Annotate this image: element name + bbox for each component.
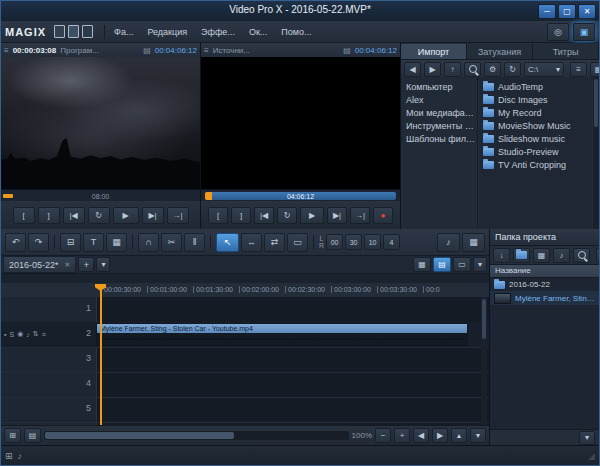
menu-window[interactable]: Ок... <box>249 27 267 37</box>
delete-button[interactable]: ⊟ <box>60 233 81 252</box>
view-mode-timeline-icon[interactable]: ▦ <box>413 257 431 272</box>
track-options-icon[interactable]: ▤ <box>24 428 41 443</box>
scroll-left-button[interactable]: ◀ <box>413 428 429 443</box>
track-height-icon[interactable]: ⇅ <box>33 330 39 338</box>
monitor-grid-icon[interactable]: ▤ <box>143 46 151 55</box>
mouse-mode-swap-button[interactable]: ⇄ <box>264 233 285 252</box>
play-button[interactable]: ▶ <box>113 207 139 224</box>
source-playhead-marker[interactable] <box>205 192 212 200</box>
tile-view-icon[interactable]: ▦ <box>590 62 600 77</box>
track-zoom-down-button[interactable]: ▼ <box>470 428 486 443</box>
open-project-icon[interactable] <box>68 25 79 38</box>
program-ruler-marker[interactable] <box>3 194 13 198</box>
zoom-out-button[interactable]: − <box>375 428 391 443</box>
source-range-bar[interactable]: 04:06:12 <box>205 192 396 200</box>
split-button[interactable]: ‖ <box>184 233 205 252</box>
scroll-right-button[interactable]: ▶ <box>432 428 448 443</box>
tab-fades[interactable]: Затухания <box>467 44 533 59</box>
title-tool-button[interactable]: T <box>83 233 104 252</box>
tree-item-user[interactable]: Alex <box>406 94 477 107</box>
new-folder-button[interactable] <box>513 248 530 263</box>
loop-button[interactable]: ↻ <box>88 207 110 224</box>
playhead-line[interactable] <box>100 289 102 425</box>
range-out-button[interactable]: ] <box>38 207 60 224</box>
track-menu-icon[interactable]: ≡ <box>42 331 46 338</box>
cut-scissors-button[interactable]: ✂ <box>161 233 182 252</box>
online-services-button[interactable]: ▣ <box>573 23 595 41</box>
folder-item[interactable]: Slideshow music <box>483 132 592 145</box>
import-file-button[interactable]: ↓ <box>493 248 510 263</box>
track-row-4[interactable]: 4 <box>1 372 489 398</box>
mute-icon[interactable]: ♪ <box>26 331 30 338</box>
track-row-1[interactable]: 1 <box>1 297 489 323</box>
tree-item-tools[interactable]: Инструменты MAGIX <box>406 120 477 133</box>
track-scrollbar[interactable] <box>481 297 487 425</box>
tab-titles[interactable]: Титры <box>533 44 599 59</box>
source-video-preview[interactable] <box>201 57 400 189</box>
minimize-button[interactable]: ─ <box>538 4 556 19</box>
burn-disc-button[interactable]: ◎ <box>547 23 569 41</box>
undo-button[interactable]: ↶ <box>5 233 26 252</box>
effects-button[interactable]: ▦ <box>106 233 127 252</box>
tree-item-computer[interactable]: Компьютер <box>406 81 477 94</box>
grid-view-button[interactable]: ▦ <box>462 233 485 252</box>
resize-grip-icon[interactable]: ◢ <box>588 451 595 461</box>
video-clip[interactable]: Mylène Farmer, Sting - Stolen Car - Yout… <box>96 323 468 346</box>
scrollbar-thumb[interactable] <box>45 432 234 439</box>
path-dropdown[interactable]: C:\▾ <box>524 62 564 77</box>
track-zoom-up-button[interactable]: ▲ <box>451 428 467 443</box>
folder-item[interactable]: My Record <box>483 106 592 119</box>
search-icon[interactable] <box>573 248 590 263</box>
range-in-button[interactable]: [ <box>208 207 228 224</box>
folder-item[interactable]: Studio-Preview <box>483 145 592 158</box>
tree-item-media[interactable]: Мои медиафайлы <box>406 107 477 120</box>
layout-toggle-icon[interactable]: ⊞ <box>5 451 13 461</box>
loop-button[interactable]: ↻ <box>277 207 297 224</box>
mouse-mode-select-button[interactable]: ↖ <box>216 233 239 252</box>
project-item-row[interactable]: 2016-05-22 <box>490 278 599 291</box>
program-video-preview[interactable] <box>1 57 200 189</box>
step-forward-button[interactable]: →| <box>167 207 189 224</box>
project-item-row-selected[interactable]: Mylène Farmer, Sting - S... <box>490 291 599 305</box>
horizontal-scrollbar[interactable] <box>44 431 349 440</box>
jump-end-button[interactable]: ▶| <box>142 207 164 224</box>
range-out-button[interactable]: ] <box>231 207 251 224</box>
new-project-icon[interactable] <box>54 25 65 38</box>
monitor-menu-icon[interactable]: ≡ <box>4 46 9 55</box>
film-filter-icon[interactable]: ▦ <box>533 248 550 263</box>
track-row-2[interactable]: ▪ S ◉ ♪ ⇅ ≡ 2 Mylène Farmer, Sting - Sto… <box>1 322 489 348</box>
snap-spinner-2[interactable]: 30 <box>345 234 362 250</box>
options-gear-icon[interactable]: ⚙ <box>484 62 501 77</box>
snap-spinner-4[interactable]: 4 <box>383 234 400 250</box>
panel-expand-dropdown[interactable]: ▾ <box>579 431 595 445</box>
menu-help[interactable]: Помо... <box>281 27 311 37</box>
zoom-in-button[interactable]: + <box>394 428 410 443</box>
folder-item[interactable]: AudioTemp <box>483 80 592 93</box>
snap-spinner-3[interactable]: 10 <box>364 234 381 250</box>
project-options-dropdown[interactable]: ▾ <box>596 248 600 263</box>
jump-start-button[interactable]: |◀ <box>63 207 85 224</box>
add-tab-button[interactable]: + <box>78 257 94 272</box>
snap-spinner-1[interactable]: 00 <box>326 234 343 250</box>
menu-edit[interactable]: Редакция <box>147 27 187 37</box>
folder-item[interactable]: TV Anti Cropping <box>483 158 592 171</box>
redo-button[interactable]: ↷ <box>28 233 49 252</box>
step-forward-button[interactable]: →| <box>350 207 370 224</box>
view-mode-dropdown[interactable]: ▾ <box>473 257 487 272</box>
name-column-header[interactable]: Название <box>490 265 599 278</box>
audio-mixer-button[interactable]: ♪ <box>437 233 460 252</box>
tab-import[interactable]: Импорт <box>401 44 467 59</box>
lock-icon[interactable]: ▪ <box>4 331 6 338</box>
timeline-menu-icon[interactable]: ⊞ <box>4 428 21 443</box>
close-button[interactable]: ✕ <box>578 4 596 19</box>
mouse-mode-range-button[interactable]: ↔ <box>241 233 262 252</box>
menu-file[interactable]: Фа... <box>114 27 133 37</box>
snap-magnet-button[interactable]: ∩ <box>138 233 159 252</box>
import-scrollbar[interactable] <box>593 77 599 229</box>
view-mode-multicam-icon[interactable]: ▭ <box>453 257 471 272</box>
mouse-mode-object-button[interactable]: ▭ <box>287 233 308 252</box>
track-row-5[interactable]: 5 <box>1 397 489 423</box>
jump-end-button[interactable]: ▶| <box>327 207 347 224</box>
maximize-button[interactable]: ▢ <box>558 4 576 19</box>
search-icon[interactable] <box>464 62 481 77</box>
